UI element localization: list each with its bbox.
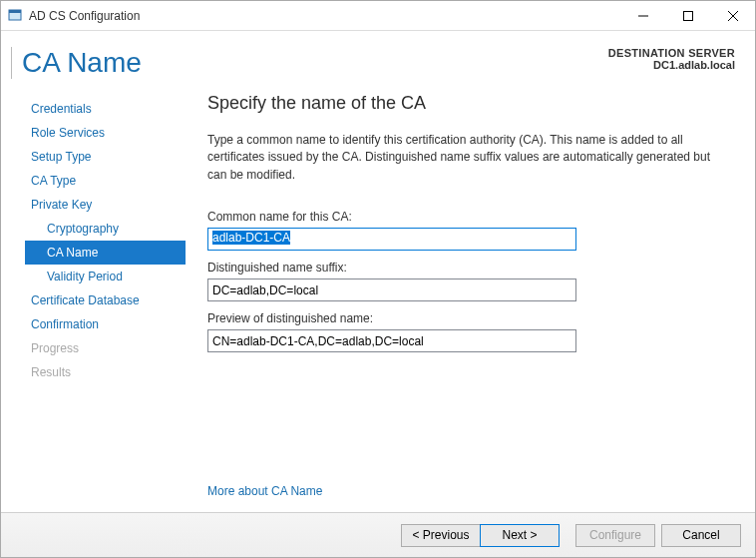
common-name-label: Common name for this CA: <box>207 210 725 224</box>
sidebar-item-validity-period[interactable]: Validity Period <box>25 265 186 288</box>
svg-rect-1 <box>9 10 21 13</box>
page-title: CA Name <box>11 47 142 79</box>
close-button[interactable] <box>710 1 755 30</box>
app-icon <box>7 8 23 24</box>
sidebar-item-results: Results <box>25 360 186 384</box>
sidebar: CredentialsRole ServicesSetup TypeCA Typ… <box>1 85 186 512</box>
sidebar-item-private-key[interactable]: Private Key <box>25 193 186 217</box>
content-heading: Specify the name of the CA <box>207 93 725 114</box>
dn-suffix-input[interactable] <box>207 279 576 301</box>
previous-button[interactable]: < Previous <box>401 524 481 547</box>
more-about-link[interactable]: More about CA Name <box>207 484 725 498</box>
sidebar-item-setup-type[interactable]: Setup Type <box>25 145 186 169</box>
destination-name: DC1.adlab.local <box>608 59 735 71</box>
sidebar-item-credentials[interactable]: Credentials <box>25 97 186 121</box>
next-button[interactable]: Next > <box>480 524 560 547</box>
sidebar-item-role-services[interactable]: Role Services <box>25 121 186 145</box>
preview-input <box>207 329 576 352</box>
sidebar-item-certificate-database[interactable]: Certificate Database <box>25 288 186 312</box>
destination-info: DESTINATION SERVER DC1.adlab.local <box>608 47 735 79</box>
wizard-window: AD CS Configuration CA Name DESTINATION … <box>0 0 756 558</box>
content-description: Type a common name to identify this cert… <box>207 132 725 184</box>
preview-label: Preview of distinguished name: <box>207 311 725 325</box>
content: Specify the name of the CA Type a common… <box>186 85 755 512</box>
dn-suffix-label: Distinguished name suffix: <box>207 261 725 275</box>
sidebar-item-cryptography[interactable]: Cryptography <box>25 217 186 241</box>
titlebar: AD CS Configuration <box>1 1 755 31</box>
common-name-input[interactable]: adlab-DC1-CA <box>207 228 576 251</box>
sidebar-item-ca-type[interactable]: CA Type <box>25 169 186 193</box>
body: CredentialsRole ServicesSetup TypeCA Typ… <box>1 85 755 512</box>
button-bar: < Previous Next > Configure Cancel <box>1 512 755 557</box>
header: CA Name DESTINATION SERVER DC1.adlab.loc… <box>1 31 755 85</box>
svg-rect-3 <box>683 11 692 20</box>
maximize-button[interactable] <box>665 1 710 30</box>
sidebar-item-ca-name[interactable]: CA Name <box>25 241 186 265</box>
sidebar-item-progress: Progress <box>25 336 186 360</box>
configure-button: Configure <box>575 524 655 547</box>
sidebar-item-confirmation[interactable]: Confirmation <box>25 312 186 336</box>
cancel-button[interactable]: Cancel <box>661 524 741 547</box>
minimize-button[interactable] <box>620 1 665 30</box>
destination-label: DESTINATION SERVER <box>608 47 735 59</box>
window-title: AD CS Configuration <box>29 9 620 23</box>
